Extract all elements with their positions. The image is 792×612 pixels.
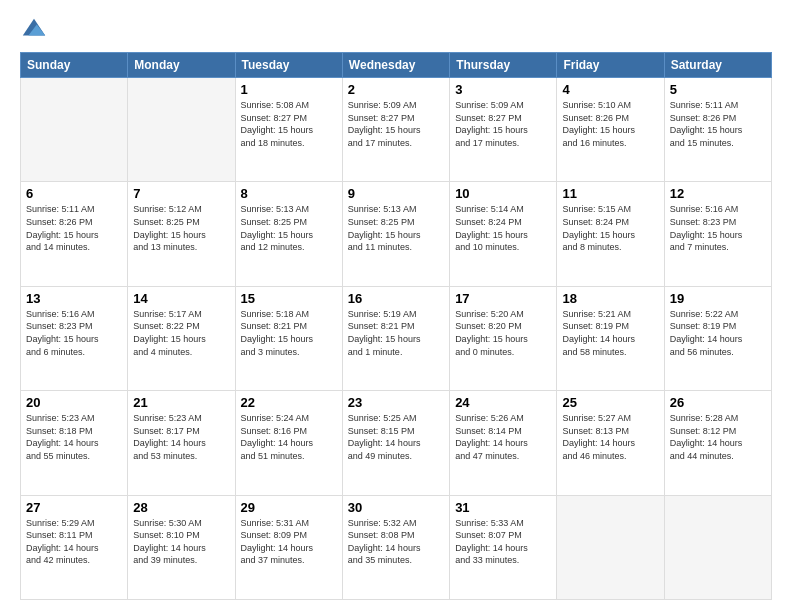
day-detail: Sunrise: 5:22 AM Sunset: 8:19 PM Dayligh… [670,308,766,358]
day-detail: Sunrise: 5:17 AM Sunset: 8:22 PM Dayligh… [133,308,229,358]
day-number: 28 [133,500,229,515]
day-number: 5 [670,82,766,97]
day-number: 16 [348,291,444,306]
calendar-cell: 13Sunrise: 5:16 AM Sunset: 8:23 PM Dayli… [21,286,128,390]
calendar-cell: 14Sunrise: 5:17 AM Sunset: 8:22 PM Dayli… [128,286,235,390]
day-number: 11 [562,186,658,201]
day-detail: Sunrise: 5:13 AM Sunset: 8:25 PM Dayligh… [348,203,444,253]
calendar-cell: 17Sunrise: 5:20 AM Sunset: 8:20 PM Dayli… [450,286,557,390]
day-detail: Sunrise: 5:29 AM Sunset: 8:11 PM Dayligh… [26,517,122,567]
day-detail: Sunrise: 5:20 AM Sunset: 8:20 PM Dayligh… [455,308,551,358]
day-detail: Sunrise: 5:09 AM Sunset: 8:27 PM Dayligh… [348,99,444,149]
day-number: 8 [241,186,337,201]
day-number: 30 [348,500,444,515]
day-number: 2 [348,82,444,97]
day-detail: Sunrise: 5:16 AM Sunset: 8:23 PM Dayligh… [670,203,766,253]
calendar-cell: 3Sunrise: 5:09 AM Sunset: 8:27 PM Daylig… [450,78,557,182]
calendar-cell: 10Sunrise: 5:14 AM Sunset: 8:24 PM Dayli… [450,182,557,286]
weekday-header-sunday: Sunday [21,53,128,78]
calendar-cell: 27Sunrise: 5:29 AM Sunset: 8:11 PM Dayli… [21,495,128,599]
calendar-cell: 15Sunrise: 5:18 AM Sunset: 8:21 PM Dayli… [235,286,342,390]
calendar-cell: 8Sunrise: 5:13 AM Sunset: 8:25 PM Daylig… [235,182,342,286]
day-number: 26 [670,395,766,410]
weekday-header-monday: Monday [128,53,235,78]
calendar-cell: 4Sunrise: 5:10 AM Sunset: 8:26 PM Daylig… [557,78,664,182]
week-row-3: 13Sunrise: 5:16 AM Sunset: 8:23 PM Dayli… [21,286,772,390]
calendar-cell: 29Sunrise: 5:31 AM Sunset: 8:09 PM Dayli… [235,495,342,599]
day-detail: Sunrise: 5:25 AM Sunset: 8:15 PM Dayligh… [348,412,444,462]
day-number: 22 [241,395,337,410]
calendar-cell: 1Sunrise: 5:08 AM Sunset: 8:27 PM Daylig… [235,78,342,182]
day-detail: Sunrise: 5:13 AM Sunset: 8:25 PM Dayligh… [241,203,337,253]
day-detail: Sunrise: 5:11 AM Sunset: 8:26 PM Dayligh… [26,203,122,253]
day-number: 7 [133,186,229,201]
calendar-cell: 2Sunrise: 5:09 AM Sunset: 8:27 PM Daylig… [342,78,449,182]
day-number: 15 [241,291,337,306]
calendar-table: SundayMondayTuesdayWednesdayThursdayFrid… [20,52,772,600]
calendar-cell [128,78,235,182]
day-detail: Sunrise: 5:21 AM Sunset: 8:19 PM Dayligh… [562,308,658,358]
calendar-cell: 11Sunrise: 5:15 AM Sunset: 8:24 PM Dayli… [557,182,664,286]
weekday-header-tuesday: Tuesday [235,53,342,78]
day-detail: Sunrise: 5:16 AM Sunset: 8:23 PM Dayligh… [26,308,122,358]
calendar-cell: 9Sunrise: 5:13 AM Sunset: 8:25 PM Daylig… [342,182,449,286]
calendar-cell: 6Sunrise: 5:11 AM Sunset: 8:26 PM Daylig… [21,182,128,286]
day-detail: Sunrise: 5:14 AM Sunset: 8:24 PM Dayligh… [455,203,551,253]
day-detail: Sunrise: 5:30 AM Sunset: 8:10 PM Dayligh… [133,517,229,567]
calendar-cell: 23Sunrise: 5:25 AM Sunset: 8:15 PM Dayli… [342,391,449,495]
week-row-5: 27Sunrise: 5:29 AM Sunset: 8:11 PM Dayli… [21,495,772,599]
weekday-header-saturday: Saturday [664,53,771,78]
day-number: 19 [670,291,766,306]
calendar-cell: 19Sunrise: 5:22 AM Sunset: 8:19 PM Dayli… [664,286,771,390]
day-number: 14 [133,291,229,306]
calendar-cell: 21Sunrise: 5:23 AM Sunset: 8:17 PM Dayli… [128,391,235,495]
day-detail: Sunrise: 5:27 AM Sunset: 8:13 PM Dayligh… [562,412,658,462]
calendar-header: SundayMondayTuesdayWednesdayThursdayFrid… [21,53,772,78]
weekday-header-thursday: Thursday [450,53,557,78]
day-number: 31 [455,500,551,515]
calendar-cell: 26Sunrise: 5:28 AM Sunset: 8:12 PM Dayli… [664,391,771,495]
day-detail: Sunrise: 5:11 AM Sunset: 8:26 PM Dayligh… [670,99,766,149]
day-detail: Sunrise: 5:09 AM Sunset: 8:27 PM Dayligh… [455,99,551,149]
calendar-cell: 30Sunrise: 5:32 AM Sunset: 8:08 PM Dayli… [342,495,449,599]
calendar-cell: 25Sunrise: 5:27 AM Sunset: 8:13 PM Dayli… [557,391,664,495]
day-number: 10 [455,186,551,201]
day-detail: Sunrise: 5:12 AM Sunset: 8:25 PM Dayligh… [133,203,229,253]
day-detail: Sunrise: 5:28 AM Sunset: 8:12 PM Dayligh… [670,412,766,462]
day-number: 23 [348,395,444,410]
day-number: 13 [26,291,122,306]
calendar-cell [21,78,128,182]
week-row-4: 20Sunrise: 5:23 AM Sunset: 8:18 PM Dayli… [21,391,772,495]
calendar-cell: 20Sunrise: 5:23 AM Sunset: 8:18 PM Dayli… [21,391,128,495]
day-detail: Sunrise: 5:23 AM Sunset: 8:17 PM Dayligh… [133,412,229,462]
day-number: 29 [241,500,337,515]
weekday-header-friday: Friday [557,53,664,78]
day-number: 20 [26,395,122,410]
calendar-cell [664,495,771,599]
day-number: 1 [241,82,337,97]
weekday-row: SundayMondayTuesdayWednesdayThursdayFrid… [21,53,772,78]
day-number: 24 [455,395,551,410]
calendar-cell: 24Sunrise: 5:26 AM Sunset: 8:14 PM Dayli… [450,391,557,495]
day-number: 4 [562,82,658,97]
day-number: 6 [26,186,122,201]
day-number: 9 [348,186,444,201]
logo [20,16,52,44]
day-number: 3 [455,82,551,97]
day-number: 18 [562,291,658,306]
week-row-2: 6Sunrise: 5:11 AM Sunset: 8:26 PM Daylig… [21,182,772,286]
day-detail: Sunrise: 5:19 AM Sunset: 8:21 PM Dayligh… [348,308,444,358]
calendar-cell: 5Sunrise: 5:11 AM Sunset: 8:26 PM Daylig… [664,78,771,182]
day-detail: Sunrise: 5:15 AM Sunset: 8:24 PM Dayligh… [562,203,658,253]
day-number: 21 [133,395,229,410]
day-detail: Sunrise: 5:33 AM Sunset: 8:07 PM Dayligh… [455,517,551,567]
day-detail: Sunrise: 5:24 AM Sunset: 8:16 PM Dayligh… [241,412,337,462]
calendar-cell: 31Sunrise: 5:33 AM Sunset: 8:07 PM Dayli… [450,495,557,599]
calendar-cell: 18Sunrise: 5:21 AM Sunset: 8:19 PM Dayli… [557,286,664,390]
day-number: 27 [26,500,122,515]
day-detail: Sunrise: 5:26 AM Sunset: 8:14 PM Dayligh… [455,412,551,462]
day-number: 12 [670,186,766,201]
page: SundayMondayTuesdayWednesdayThursdayFrid… [0,0,792,612]
calendar-cell: 7Sunrise: 5:12 AM Sunset: 8:25 PM Daylig… [128,182,235,286]
day-detail: Sunrise: 5:23 AM Sunset: 8:18 PM Dayligh… [26,412,122,462]
